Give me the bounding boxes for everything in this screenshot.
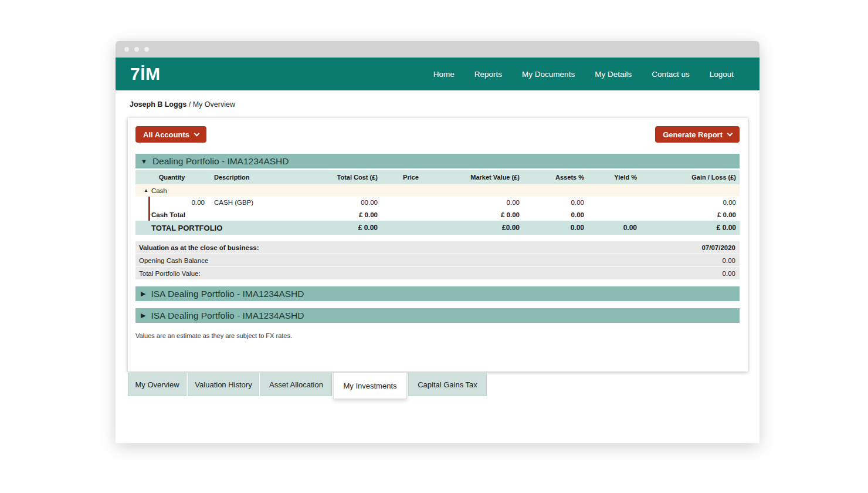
section-title: Dealing Portfolio - IMA1234ASHD	[152, 156, 289, 167]
tab-valuation-history[interactable]: Valuation History	[188, 373, 259, 396]
valuation-date-row: Valuation as at the close of business: 0…	[135, 241, 740, 254]
tab-capital-gains-tax[interactable]: Capital Gains Tax	[408, 373, 487, 396]
generate-report-label: Generate Report	[663, 130, 723, 139]
total-value-row: Total Portfolio Value: 0.00	[135, 267, 740, 279]
col-price: Price	[381, 174, 422, 181]
browser-window: 7İM Home Reports My Documents My Details…	[116, 41, 760, 443]
triangle-down-icon: ▼	[141, 158, 147, 165]
total-assets-pct: 0.00	[523, 224, 588, 232]
portfolio-table: Quantity Description Total Cost (£) Pric…	[135, 170, 740, 235]
col-gain-loss: Gain / Loss (£)	[640, 174, 740, 181]
triangle-right-icon: ▶	[141, 290, 145, 298]
total-yield-pct: 0.00	[588, 224, 640, 232]
section-title: ISA Dealing Portfolio - IMA1234ASHD	[151, 310, 304, 321]
col-quantity: Quantity	[135, 174, 208, 181]
window-maximize-button[interactable]	[144, 47, 149, 52]
cell-description: CASH (GBP)	[208, 199, 320, 206]
opening-cash-label: Opening Cash Balance	[139, 257, 208, 264]
cell-gain-loss: 0.00	[640, 199, 740, 206]
tab-my-overview[interactable]: My Overview	[128, 373, 187, 396]
col-market-value: Market Value (£)	[422, 174, 523, 181]
section-title: ISA Dealing Portfolio - IMA1234ASHD	[151, 289, 304, 299]
cash-group-body: 0.00 CASH (GBP) 00.00 0.00 0.00 0.00 Cas…	[135, 197, 740, 221]
nav-my-documents[interactable]: My Documents	[522, 70, 575, 79]
table-row: 0.00 CASH (GBP) 00.00 0.00 0.00 0.00	[135, 197, 740, 208]
cash-total-gain-loss: £ 0.00	[640, 211, 740, 218]
chevron-down-icon	[727, 130, 733, 136]
nav-my-details[interactable]: My Details	[595, 70, 632, 79]
cell-assets-pct: 0.00	[523, 199, 588, 206]
bottom-tabs: My Overview Valuation History Asset Allo…	[128, 373, 748, 399]
total-gain-loss: £ 0.00	[640, 224, 740, 232]
total-value-label: Total Portfolio Value:	[139, 270, 201, 277]
fx-disclaimer: Values are an estimate as they are subje…	[135, 332, 740, 339]
total-market-value: £0.00	[422, 224, 523, 232]
nav-logout[interactable]: Logout	[710, 70, 734, 79]
breadcrumb-page: My Overview	[193, 100, 235, 109]
cash-total-assets-pct: 0.00	[523, 211, 588, 218]
cell-market-value: 0.00	[422, 199, 523, 206]
chevron-down-icon	[194, 130, 200, 136]
triangle-right-icon: ▶	[141, 312, 145, 319]
triangle-up-icon: ▲	[144, 188, 148, 193]
cash-total-cost: £ 0.00	[320, 211, 381, 218]
all-accounts-button[interactable]: All Accounts	[135, 126, 206, 143]
page-content: Joseph B Loggs / My Overview All Account…	[116, 100, 760, 399]
brand-logo[interactable]: 7İM	[130, 64, 161, 84]
opening-cash-value: 0.00	[723, 257, 735, 264]
nav-reports[interactable]: Reports	[474, 70, 502, 79]
cash-group-row[interactable]: ▲ Cash	[135, 184, 740, 197]
col-total-cost: Total Cost (£)	[320, 174, 381, 181]
cash-total-market-value: £ 0.00	[422, 211, 523, 218]
breadcrumb-user: Joseph B Loggs	[130, 100, 187, 109]
window-minimize-button[interactable]	[134, 47, 139, 52]
generate-report-button[interactable]: Generate Report	[655, 126, 740, 143]
col-description: Description	[208, 174, 320, 181]
section-header-dealing-portfolio[interactable]: ▼ Dealing Portfolio - IMA1234ASHD	[135, 154, 740, 168]
breadcrumb: Joseph B Loggs / My Overview	[130, 100, 748, 109]
total-cost: £ 0.00	[320, 224, 381, 232]
opening-cash-row: Opening Cash Balance 0.00	[135, 254, 740, 266]
section-header-isa-2[interactable]: ▶ ISA Dealing Portfolio - IMA1234ASHD	[135, 308, 740, 323]
total-portfolio-label: TOTAL PORTFOLIO	[135, 224, 320, 232]
valuation-summary: Valuation as at the close of business: 0…	[135, 241, 740, 279]
col-assets-pct: Assets %	[523, 174, 588, 181]
valuation-date-value: 07/07/2020	[701, 244, 735, 251]
total-portfolio-row: TOTAL PORTFOLIO £ 0.00 £0.00 0.00 0.00 £…	[135, 221, 740, 235]
col-yield-pct: Yield %	[588, 174, 640, 181]
overview-card: All Accounts Generate Report ▼ Dealing P…	[128, 118, 748, 372]
tab-my-investments[interactable]: My Investments	[333, 373, 407, 399]
nav-home[interactable]: Home	[433, 70, 455, 79]
table-header-row: Quantity Description Total Cost (£) Pric…	[135, 170, 740, 184]
main-nav: Home Reports My Documents My Details Con…	[433, 70, 734, 79]
group-label: Cash	[151, 187, 167, 194]
valuation-date-label: Valuation as at the close of business:	[139, 244, 259, 251]
breadcrumb-separator: /	[189, 100, 191, 109]
cell-quantity: 0.00	[135, 199, 208, 206]
window-close-button[interactable]	[124, 47, 129, 52]
cash-total-label: Cash Total	[135, 211, 320, 218]
cell-total-cost: 00.00	[320, 199, 381, 206]
all-accounts-label: All Accounts	[143, 130, 189, 139]
section-header-isa-1[interactable]: ▶ ISA Dealing Portfolio - IMA1234ASHD	[135, 286, 740, 301]
total-value-value: 0.00	[723, 270, 735, 277]
app-header: 7İM Home Reports My Documents My Details…	[116, 58, 760, 90]
cash-total-row: Cash Total £ 0.00 £ 0.00 0.00 £ 0.00	[135, 208, 740, 221]
toolbar: All Accounts Generate Report	[135, 126, 740, 143]
tab-asset-allocation[interactable]: Asset Allocation	[260, 373, 332, 396]
nav-contact-us[interactable]: Contact us	[652, 70, 690, 79]
browser-chrome	[116, 41, 760, 58]
